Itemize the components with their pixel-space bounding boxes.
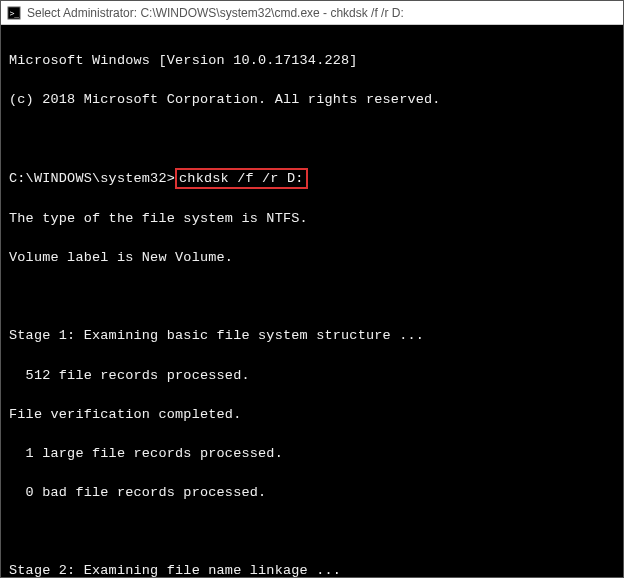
console-output[interactable]: Microsoft Windows [Version 10.0.17134.22… [1,25,623,578]
blank-line [9,129,615,149]
volume-label-line: Volume label is New Volume. [9,248,615,268]
stage1-records: 512 file records processed. [9,366,615,386]
blank-line [9,522,615,542]
stage2-title: Stage 2: Examining file name linkage ... [9,561,615,578]
stage1-bad: 0 bad file records processed. [9,483,615,503]
svg-text:>_: >_ [10,8,20,17]
version-line: Microsoft Windows [Version 10.0.17134.22… [9,51,615,71]
blank-line [9,287,615,307]
stage1-title: Stage 1: Examining basic file system str… [9,326,615,346]
copyright-line: (c) 2018 Microsoft Corporation. All righ… [9,90,615,110]
window-title: Select Administrator: C:\WINDOWS\system3… [27,6,404,20]
fs-type-line: The type of the file system is NTFS. [9,209,615,229]
prompt-line: C:\WINDOWS\system32>chkdsk /f /r D: [9,168,615,190]
cmd-icon: >_ [7,6,21,20]
prompt-text: C:\WINDOWS\system32> [9,171,175,186]
highlighted-command: chkdsk /f /r D: [175,168,308,190]
stage1-verify: File verification completed. [9,405,615,425]
window-titlebar[interactable]: >_ Select Administrator: C:\WINDOWS\syst… [1,1,623,25]
stage1-large: 1 large file records processed. [9,444,615,464]
